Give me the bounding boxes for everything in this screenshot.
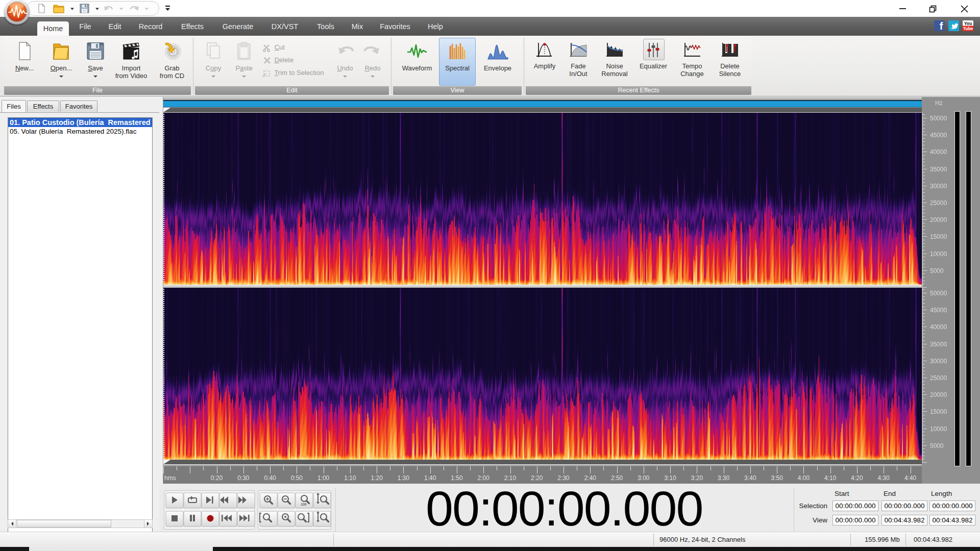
svg-text:You: You — [964, 21, 972, 26]
svg-text:f: f — [940, 20, 943, 32]
svg-text:Tube: Tube — [963, 26, 973, 31]
svg-text:100: 100 — [301, 503, 307, 506]
